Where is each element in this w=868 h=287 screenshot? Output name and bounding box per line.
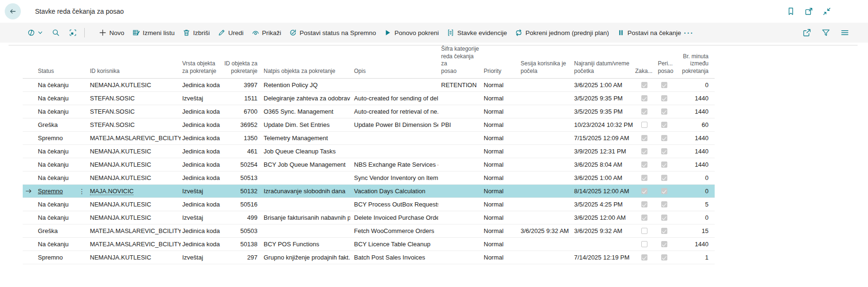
- cell-opis[interactable]: NBS Exchange Rate Services - re...: [350, 158, 438, 171]
- cell-id_korisnika[interactable]: MAJA.NOVICIC: [88, 185, 181, 197]
- column-header-periodican[interactable]: Peri... posao: [654, 60, 674, 75]
- checkbox-periodican[interactable]: [661, 161, 667, 168]
- cell-sifra[interactable]: [438, 105, 480, 118]
- checkbox-periodican[interactable]: [661, 108, 667, 115]
- cell-sifra[interactable]: [438, 251, 480, 264]
- action-izbri-i[interactable]: Izbriši: [183, 29, 210, 36]
- cell-br_minuta[interactable]: 0: [674, 79, 715, 91]
- cell-sesija[interactable]: [516, 118, 572, 131]
- column-header-priority[interactable]: Priority: [480, 68, 516, 75]
- action-novo[interactable]: Novo: [99, 29, 124, 36]
- action-pokreni-jednom-prednji-plan-[interactable]: Pokreni jednom (prednji plan): [515, 29, 609, 36]
- cell-sesija[interactable]: [516, 198, 572, 211]
- table-row[interactable]: GreškaMATEJA.MASLAREVIC_BCILITY.RS#...Je…: [23, 224, 715, 238]
- cell-status[interactable]: Na čekanju: [35, 198, 88, 211]
- search-button[interactable]: [52, 29, 60, 36]
- cell-opis[interactable]: BCY Process OutBox Requests: [350, 198, 438, 211]
- checkbox-zakazano[interactable]: [641, 175, 647, 181]
- cell-zakazano[interactable]: [634, 198, 654, 211]
- column-header-id_objekta[interactable]: ID objekta za pokretanje: [221, 60, 259, 75]
- filter-button[interactable]: [822, 28, 830, 37]
- cell-sesija[interactable]: [516, 171, 572, 184]
- column-header-najraniji[interactable]: Najraniji datum/vreme početka: [572, 60, 634, 75]
- share-button[interactable]: [803, 28, 811, 37]
- cell-id_objekta[interactable]: 50138: [221, 238, 259, 251]
- cell-opis[interactable]: BCY Licence Table Cleanup: [350, 238, 438, 251]
- cell-priority[interactable]: Normal: [480, 224, 516, 237]
- checkbox-periodican[interactable]: [661, 228, 667, 234]
- action-izmeni-listu[interactable]: Izmeni listu: [133, 29, 175, 36]
- cell-br_minuta[interactable]: 15: [674, 224, 715, 237]
- cell-priority[interactable]: Normal: [480, 158, 516, 171]
- cell-zakazano[interactable]: [634, 251, 654, 264]
- cell-id_objekta[interactable]: 6700: [221, 105, 259, 118]
- checkbox-zakazano[interactable]: [641, 122, 647, 128]
- cell-periodican[interactable]: [654, 251, 674, 264]
- cell-id_korisnika[interactable]: NEMANJA.KUTLESIC: [88, 171, 181, 184]
- cell-vrsta[interactable]: Izveštaj: [181, 185, 221, 197]
- checkbox-periodican[interactable]: [661, 254, 667, 260]
- cell-sesija[interactable]: [516, 158, 572, 171]
- cell-vrsta[interactable]: Jedinica koda: [181, 132, 221, 144]
- checkbox-zakazano[interactable]: [641, 95, 647, 101]
- cell-id_korisnika[interactable]: STEFAN.SOSIC: [88, 118, 181, 131]
- cell-najraniji[interactable]: 7/15/2025 12:09 AM: [572, 132, 634, 144]
- popout-button[interactable]: [805, 7, 813, 16]
- cell-status[interactable]: Spremno: [35, 251, 88, 264]
- cell-sesija[interactable]: [516, 79, 572, 91]
- cell-priority[interactable]: Normal: [480, 171, 516, 184]
- cell-id_korisnika[interactable]: NEMANJA.KUTLESIC: [88, 158, 181, 171]
- table-row[interactable]: GreškaSTEFAN.SOSICJedinica koda36952Upda…: [23, 118, 715, 132]
- cell-opis[interactable]: Fetch WooCommerce Orders: [350, 224, 438, 237]
- cell-id_objekta[interactable]: 3997: [221, 79, 259, 91]
- cell-najraniji[interactable]: 7/14/2025 12:19 PM: [572, 251, 634, 264]
- cell-id_objekta[interactable]: 1350: [221, 132, 259, 144]
- cell-zakazano[interactable]: [634, 92, 654, 105]
- cell-id_objekta[interactable]: 461: [221, 145, 259, 158]
- cell-opis[interactable]: Batch Post Sales Invoices: [350, 251, 438, 264]
- cell-zakazano[interactable]: [634, 185, 654, 197]
- checkbox-zakazano[interactable]: [641, 254, 647, 260]
- table-row[interactable]: Na čekanjuSTEFAN.SOSICJedinica koda6700O…: [23, 105, 715, 118]
- cell-vrsta[interactable]: Jedinica koda: [181, 118, 221, 131]
- checkbox-periodican[interactable]: [661, 201, 667, 207]
- checkbox-periodican[interactable]: [661, 175, 667, 181]
- cell-br_minuta[interactable]: 1440: [674, 105, 715, 118]
- column-header-vrsta[interactable]: Vrsta objekta za pokretanje: [181, 60, 221, 75]
- cell-sesija[interactable]: [516, 251, 572, 264]
- cell-sifra[interactable]: [438, 158, 480, 171]
- cell-najraniji[interactable]: 3/6/2025 9:32 AM: [572, 224, 634, 237]
- cell-zakazano[interactable]: [634, 171, 654, 184]
- cell-sifra[interactable]: [438, 145, 480, 158]
- table-row[interactable]: Na čekanjuNEMANJA.KUTLESICJedinica koda4…: [23, 145, 715, 158]
- cell-id_korisnika[interactable]: NEMANJA.KUTLESIC: [88, 145, 181, 158]
- cell-periodican[interactable]: [654, 171, 674, 184]
- cell-zakazano[interactable]: [634, 224, 654, 237]
- cell-najraniji[interactable]: 3/5/2025 9:35 PM: [572, 92, 634, 105]
- cell-status[interactable]: Na čekanju: [35, 79, 88, 91]
- action-ponovo-pokreni[interactable]: Ponovo pokreni: [384, 29, 439, 36]
- column-header-br_minuta[interactable]: Br. minuta između pokretanja: [674, 53, 715, 75]
- collapse-button[interactable]: [823, 7, 831, 16]
- cell-sesija[interactable]: [516, 132, 572, 144]
- cell-br_minuta[interactable]: 0: [674, 211, 715, 224]
- cell-status[interactable]: Na čekanju: [35, 145, 88, 158]
- cell-periodican[interactable]: [654, 118, 674, 131]
- cell-br_minuta[interactable]: 1440: [674, 158, 715, 171]
- cell-natpis[interactable]: Delegiranje zahteva za odobrava...: [259, 92, 350, 105]
- cell-periodican[interactable]: [654, 238, 674, 251]
- cell-id_objekta[interactable]: 50513: [221, 171, 259, 184]
- cell-zakazano[interactable]: [634, 79, 654, 91]
- cell-vrsta[interactable]: Jedinica koda: [181, 79, 221, 91]
- cell-vrsta[interactable]: Izveštaj: [181, 211, 221, 224]
- cell-najraniji[interactable]: 8/14/2025 12:00 AM: [572, 185, 634, 197]
- cell-periodican[interactable]: [654, 132, 674, 144]
- cell-id_objekta[interactable]: 50503: [221, 224, 259, 237]
- cell-vrsta[interactable]: Jedinica koda: [181, 198, 221, 211]
- cell-zakazano[interactable]: [634, 158, 654, 171]
- cell-priority[interactable]: Normal: [480, 185, 516, 197]
- cell-id_objekta[interactable]: 36952: [221, 118, 259, 131]
- cell-status[interactable]: Na čekanju: [35, 171, 88, 184]
- table-row[interactable]: SpremnoNEMANJA.KUTLESICIzveštaj297Grupno…: [23, 251, 715, 264]
- checkbox-zakazano[interactable]: [641, 241, 647, 247]
